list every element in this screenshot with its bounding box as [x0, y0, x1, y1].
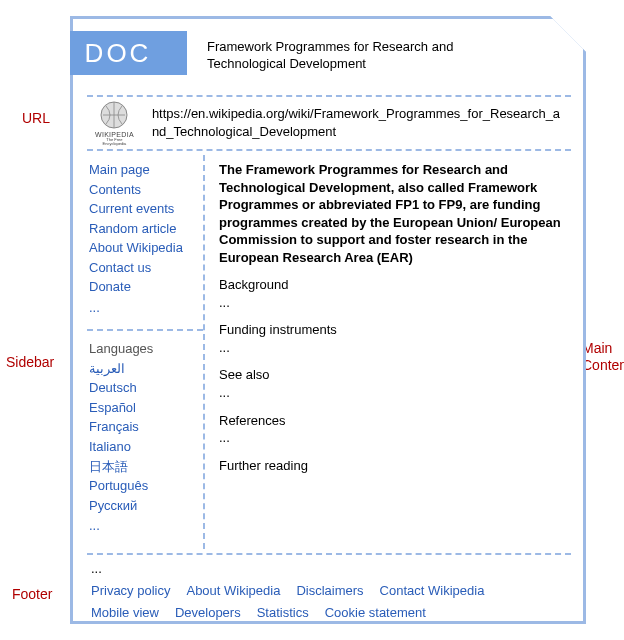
lang-ru[interactable]: Русский — [89, 497, 197, 515]
sidebar: Main page Contents Current events Random… — [87, 155, 205, 549]
lang-it[interactable]: Italiano — [89, 438, 197, 456]
wikipedia-logo-icon: WIKIPEDIA The Free Encyclopedia — [95, 100, 134, 146]
footer-cookie[interactable]: Cookie statement — [325, 604, 426, 622]
footer-mobile[interactable]: Mobile view — [91, 604, 159, 622]
sidebar-item-random-article[interactable]: Random article — [89, 220, 197, 238]
sidebar-item-main-page[interactable]: Main page — [89, 161, 197, 179]
lang-fr[interactable]: Français — [89, 418, 197, 436]
sidebar-divider — [87, 329, 203, 331]
page-title: Framework Programmes for Research and Te… — [207, 39, 527, 73]
section-funding: Funding instruments — [219, 321, 565, 339]
sidebar-item-contact[interactable]: Contact us — [89, 259, 197, 277]
sidebar-item-donate[interactable]: Donate — [89, 278, 197, 296]
section-dots-0: ... — [219, 294, 565, 312]
lang-es[interactable]: Español — [89, 399, 197, 417]
sidebar-ellipsis: ... — [89, 300, 197, 315]
languages-heading: Languages — [89, 341, 197, 356]
footer-privacy[interactable]: Privacy policy — [91, 582, 170, 600]
sidebar-item-about[interactable]: About Wikipedia — [89, 239, 197, 257]
section-further: Further reading — [219, 457, 565, 475]
lang-ellipsis: ... — [89, 518, 197, 533]
section-dots-3: ... — [219, 429, 565, 447]
section-dots-2: ... — [219, 384, 565, 402]
section-see-also: See also — [219, 366, 565, 384]
lang-de[interactable]: Deutsch — [89, 379, 197, 397]
sidebar-item-contents[interactable]: Contents — [89, 181, 197, 199]
doc-tag: DOC — [49, 31, 187, 75]
footer: ... Privacy policy About Wikipedia Discl… — [87, 553, 571, 625]
url-block: WIKIPEDIA The Free Encyclopedia https://… — [87, 95, 571, 151]
body-row: Main page Contents Current events Random… — [87, 155, 571, 549]
footer-contact[interactable]: Contact Wikipedia — [380, 582, 485, 600]
footer-statistics[interactable]: Statistics — [257, 604, 309, 622]
footer-developers[interactable]: Developers — [175, 604, 241, 622]
footer-about[interactable]: About Wikipedia — [186, 582, 280, 600]
url-text[interactable]: https://en.wikipedia.org/wiki/Framework_… — [152, 105, 563, 140]
lang-ar[interactable]: العربية — [89, 360, 197, 378]
sidebar-item-current-events[interactable]: Current events — [89, 200, 197, 218]
document-frame: DOC Framework Programmes for Research an… — [70, 16, 586, 624]
page-fold-inner — [547, 19, 583, 55]
footer-disclaimers[interactable]: Disclaimers — [296, 582, 363, 600]
lang-pt[interactable]: Português — [89, 477, 197, 495]
main-content: The Framework Programmes for Research an… — [205, 155, 571, 549]
footer-links: Privacy policy About Wikipedia Disclaime… — [91, 582, 567, 621]
annotation-main: Main Content — [582, 340, 624, 374]
section-references: References — [219, 412, 565, 430]
lead-paragraph: The Framework Programmes for Research an… — [219, 161, 565, 266]
section-background: Background — [219, 276, 565, 294]
footer-ellipsis: ... — [91, 561, 567, 576]
annotation-footer: Footer — [12, 586, 52, 602]
section-dots-1: ... — [219, 339, 565, 357]
logo-tag: The Free Encyclopedia — [95, 138, 134, 146]
annotation-sidebar: Sidebar — [6, 354, 54, 370]
annotation-url: URL — [22, 110, 50, 126]
lang-ja[interactable]: 日本語 — [89, 458, 197, 476]
